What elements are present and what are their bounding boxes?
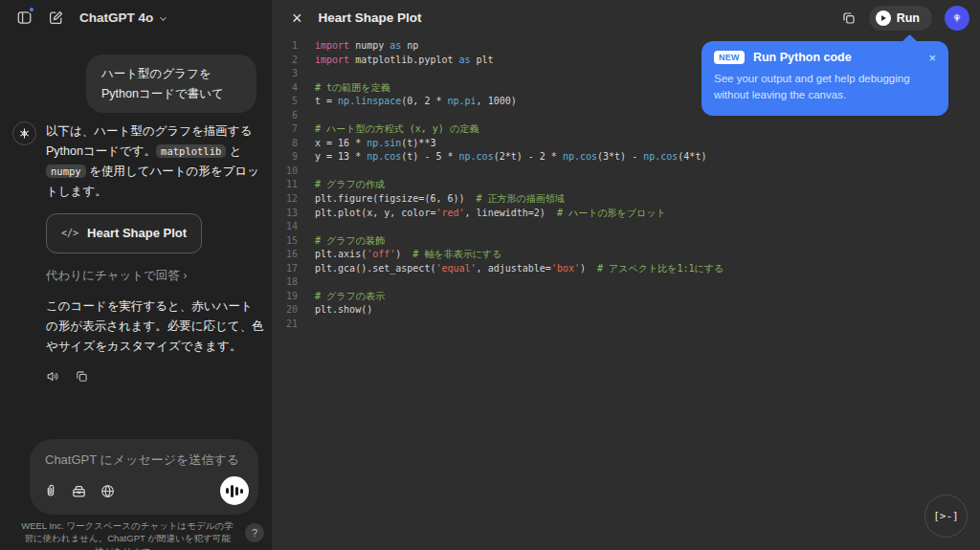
run-label: Run xyxy=(897,11,920,25)
code-line: 16plt.axis('off') # 軸を非表示にする xyxy=(272,248,980,262)
canvas-card-button[interactable]: </> Heart Shape Plot xyxy=(46,213,202,253)
tooltip-header: NEW Run Python code × xyxy=(714,51,936,64)
line-number: 21 xyxy=(272,318,298,332)
line-content: plt.gca().set_aspect('equal', adjustable… xyxy=(315,262,724,276)
code-line: 19# グラフの表示 xyxy=(272,290,980,304)
line-number: 5 xyxy=(272,95,298,109)
code-line: 14 xyxy=(272,220,980,234)
speaker-icon xyxy=(46,369,60,384)
line-number: 17 xyxy=(272,262,298,276)
chat-instead-link[interactable]: 代わりにチャットで回答 › xyxy=(46,266,264,286)
message-actions xyxy=(46,369,264,384)
line-number: 4 xyxy=(272,81,298,96)
assistant-message-text: 以下は、ハート型のグラフを描画するPythonコードです。matplotlib … xyxy=(46,121,264,202)
code-line: 10 xyxy=(272,165,980,179)
console-icon: [>-] xyxy=(933,510,959,522)
line-content: # グラフの装飾 xyxy=(315,234,385,249)
code-line: 11# グラフの作成 xyxy=(272,178,980,192)
attach-button[interactable] xyxy=(43,483,58,498)
line-content: plt.plot(x, y, color='red', linewidth=2)… xyxy=(315,207,666,221)
code-editor[interactable]: 1import numpy as np2import matplotlib.py… xyxy=(272,39,980,550)
chat-sidebar: ChatGPT 4o ハート型のグラフをPythonコードで書いて 以下は、ハー… xyxy=(0,0,272,550)
line-number: 14 xyxy=(272,220,298,234)
composer[interactable]: ChatGPT にメッセージを送信する xyxy=(30,439,258,515)
message-input[interactable]: ChatGPT にメッセージを送信する xyxy=(45,451,243,469)
line-number: 9 xyxy=(272,150,298,165)
line-number: 11 xyxy=(272,178,298,192)
canvas-header-actions: Run xyxy=(841,6,969,31)
canvas-card-label: Heart Shape Plot xyxy=(87,223,187,244)
user-message: ハート型のグラフをPythonコードで書いて xyxy=(86,55,256,113)
chevron-down-icon xyxy=(158,13,168,24)
globe-icon xyxy=(100,483,116,499)
inline-code-chip: matplotlib xyxy=(156,144,226,158)
line-number: 19 xyxy=(272,290,298,304)
code-line: 13plt.plot(x, y, color='red', linewidth=… xyxy=(272,207,980,221)
line-number: 10 xyxy=(272,165,298,179)
sidebar-toggle-button[interactable] xyxy=(11,5,36,30)
assistant-paragraph: このコードを実行すると、赤いハートの形が表示されます。必要に応じて、色やサイズを… xyxy=(46,297,264,357)
line-number: 6 xyxy=(272,109,298,123)
model-selector[interactable]: ChatGPT 4o xyxy=(79,11,168,25)
web-search-button[interactable] xyxy=(100,483,116,499)
code-line: 21 xyxy=(272,318,980,332)
console-button[interactable]: [>-] xyxy=(924,495,968,538)
line-content: y = 13 * np.cos(t) - 5 * np.cos(2*t) - 2… xyxy=(315,150,706,165)
tooltip-close-button[interactable]: × xyxy=(928,52,936,64)
line-content: # tの範囲を定義 xyxy=(315,81,390,96)
line-content: import numpy as np xyxy=(315,39,418,54)
line-number: 7 xyxy=(272,122,298,137)
voice-mode-button[interactable] xyxy=(220,476,249,505)
message-text: と xyxy=(226,144,241,158)
line-content: t = np.linspace(0, 2 * np.pi, 1000) xyxy=(315,95,517,109)
line-number: 2 xyxy=(272,54,298,68)
waveform-icon xyxy=(226,485,243,497)
help-button[interactable]: ? xyxy=(245,523,264,542)
read-aloud-button[interactable] xyxy=(46,369,60,384)
tools-button[interactable] xyxy=(71,483,87,499)
run-button[interactable]: Run xyxy=(869,6,932,31)
line-number: 1 xyxy=(272,39,298,54)
close-canvas-button[interactable]: × xyxy=(292,10,302,27)
line-content: plt.axis('off') # 軸を非表示にする xyxy=(315,248,501,262)
assistant-message: 以下は、ハート型のグラフを描画するPythonコードです。matplotlib … xyxy=(12,121,264,384)
line-content: x = 16 * np.sin(t)**3 xyxy=(315,137,435,151)
new-chat-button[interactable] xyxy=(43,5,68,30)
copy-icon xyxy=(841,11,857,26)
sidebar-header: ChatGPT 4o xyxy=(0,0,272,34)
tooltip-body: See your output and get help debugging w… xyxy=(714,71,934,104)
close-icon: × xyxy=(292,9,302,28)
code-line: 12plt.figure(figsize=(6, 6)) # 正方形の描画領域 xyxy=(272,192,980,207)
run-python-tooltip: NEW Run Python code × See your output an… xyxy=(702,41,948,116)
line-content: # ハート型の方程式 (x, y) の定義 xyxy=(315,122,479,137)
tooltip-arrow xyxy=(902,34,918,50)
gem-icon xyxy=(950,11,964,25)
code-icon: </> xyxy=(61,226,78,242)
canvas-header: × Heart Shape Plot Run xyxy=(272,0,980,35)
line-number: 8 xyxy=(272,137,298,151)
canvas-title: Heart Shape Plot xyxy=(319,11,422,25)
line-number: 13 xyxy=(272,207,298,221)
line-number: 12 xyxy=(272,192,298,207)
toolbox-icon xyxy=(71,483,87,499)
line-number: 20 xyxy=(272,303,298,318)
code-line: 20plt.show() xyxy=(272,303,980,318)
copy-code-button[interactable] xyxy=(841,11,857,26)
line-content: plt.figure(figsize=(6, 6)) # 正方形の描画領域 xyxy=(315,192,565,207)
code-line: 7# ハート型の方程式 (x, y) の定義 xyxy=(272,122,980,137)
compose-icon xyxy=(48,10,64,26)
play-icon xyxy=(876,11,891,26)
code-line: 15# グラフの装飾 xyxy=(272,234,980,249)
tooltip-title: Run Python code xyxy=(753,51,852,64)
account-badge[interactable] xyxy=(945,6,969,31)
line-number: 16 xyxy=(272,248,298,262)
composer-toolbar xyxy=(43,476,249,505)
new-badge: NEW xyxy=(714,51,745,64)
copy-message-button[interactable] xyxy=(75,369,89,384)
line-number: 3 xyxy=(272,67,298,81)
line-content: # グラフの表示 xyxy=(315,290,385,304)
footer-disclaimer: WEEL Inc. ワークスペースのチャットはモデルの学習に使われません。Cha… xyxy=(21,519,234,550)
code-line: 8x = 16 * np.sin(t)**3 xyxy=(272,137,980,151)
line-number: 15 xyxy=(272,234,298,249)
model-label: ChatGPT 4o xyxy=(79,11,153,25)
